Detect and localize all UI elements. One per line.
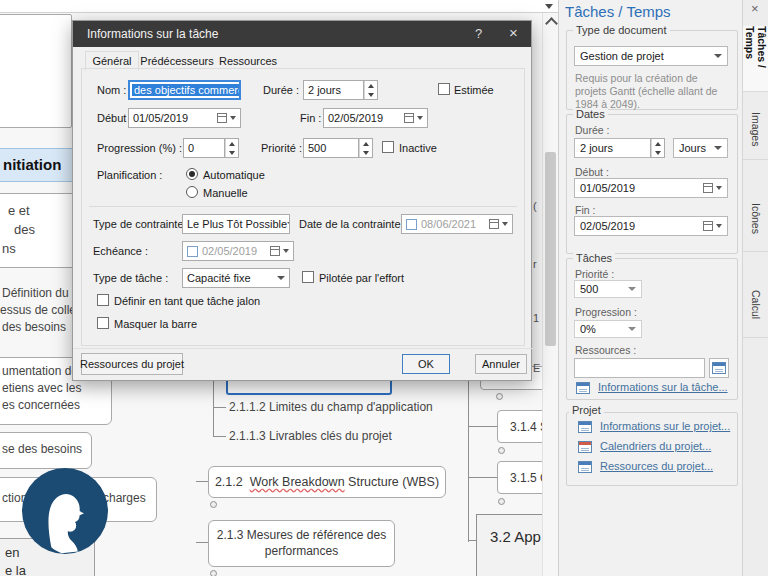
side-tab-icones[interactable]: Icônes bbox=[743, 186, 768, 252]
priorite-input[interactable]: 500 bbox=[303, 138, 359, 158]
topic-2112[interactable]: 2.1.1.2 Limites du champ d'application bbox=[229, 400, 433, 414]
estimee-checkbox[interactable] bbox=[438, 83, 450, 95]
type-tache-select[interactable]: Capacité fixe bbox=[182, 268, 290, 288]
side-tab-taches-temps[interactable]: Tâches / Temps bbox=[743, 26, 768, 92]
side-tab-calcul[interactable]: Calcul bbox=[743, 272, 768, 338]
project-calendars-link[interactable]: Calendriers du projet... bbox=[600, 440, 711, 452]
panel-progression-select[interactable]: 0% bbox=[574, 320, 642, 338]
echeance-checkbox[interactable] bbox=[187, 246, 198, 257]
topic-definition-line[interactable]: des besoins bbox=[2, 320, 66, 334]
fin-date-input[interactable]: 02/05/2019 bbox=[323, 108, 428, 128]
priorite-label: Priorité : bbox=[261, 142, 302, 154]
echeance-input[interactable]: 02/05/2019 bbox=[182, 241, 294, 261]
inactive-checkbox[interactable] bbox=[382, 141, 394, 153]
cancel-button[interactable]: Annuler bbox=[475, 354, 527, 374]
expand-node-icon[interactable] bbox=[496, 393, 503, 400]
pilotee-checkbox[interactable] bbox=[302, 271, 314, 283]
contrainte-label: Type de contrainte : bbox=[93, 218, 190, 230]
calendar-icon[interactable] bbox=[489, 219, 499, 229]
automatique-label: Automatique bbox=[203, 169, 265, 181]
clipped-text-fragment: E bbox=[533, 362, 540, 374]
calendar-icon[interactable] bbox=[270, 246, 280, 256]
progression-spinner[interactable] bbox=[224, 138, 239, 158]
estimee-label: Estimée bbox=[454, 84, 494, 96]
project-info-icon bbox=[578, 421, 592, 433]
automatique-radio[interactable] bbox=[186, 168, 198, 180]
panel-ressources-input[interactable] bbox=[574, 358, 705, 378]
panel-progression-label: Progression : bbox=[575, 306, 637, 318]
tab-ressources[interactable]: Ressources bbox=[217, 53, 279, 68]
topic-32-label: 3.2 App bbox=[490, 528, 541, 545]
panel-debut-label: Début : bbox=[575, 166, 609, 178]
nom-input[interactable]: des objectifs commerciaux) bbox=[128, 80, 241, 100]
calendar-icon[interactable] bbox=[404, 113, 414, 123]
ressources-projet-button[interactable]: Ressources du projet bbox=[81, 353, 183, 375]
dialog-titlebar[interactable]: Informations sur la tâche ? × bbox=[73, 21, 531, 47]
help-button[interactable]: ? bbox=[475, 26, 482, 41]
priorite-spinner[interactable] bbox=[358, 138, 373, 158]
contrainte-select[interactable]: Le Plus Tôt Possible bbox=[182, 214, 290, 234]
side-tab-images[interactable]: Images bbox=[743, 100, 768, 160]
topic-perf-line1: 2.1.3 Mesures de référence des bbox=[209, 528, 394, 542]
chevron-down-icon bbox=[714, 54, 722, 58]
calendar-icon[interactable] bbox=[217, 113, 227, 123]
connector-line bbox=[468, 378, 469, 542]
resource-table-icon bbox=[712, 362, 726, 374]
date-contrainte-label: Date de la contrainte : bbox=[299, 218, 407, 230]
chevron-down-icon bbox=[628, 327, 636, 331]
jalon-checkbox[interactable] bbox=[97, 294, 109, 306]
panel-unite-select[interactable]: Jours bbox=[673, 138, 728, 158]
scrollbar-thumb[interactable] bbox=[545, 152, 556, 346]
expand-node-icon[interactable] bbox=[498, 447, 505, 454]
topic-perf-line2: performances bbox=[209, 544, 394, 558]
panel-duree-spinner[interactable] bbox=[650, 138, 665, 158]
duree-input[interactable]: 2 jours bbox=[303, 80, 364, 100]
task-info-link[interactable]: Informations sur la tâche... bbox=[598, 381, 728, 393]
date-contrainte-input[interactable]: 08/06/2021 bbox=[401, 214, 513, 234]
duree-spinner[interactable] bbox=[363, 80, 378, 100]
topic-documentation-line: etiens avec les bbox=[2, 381, 81, 395]
manuelle-radio[interactable] bbox=[186, 186, 198, 198]
ok-button[interactable]: OK bbox=[402, 354, 450, 374]
progression-label: Progression (%) : bbox=[97, 142, 182, 154]
type-document-select[interactable]: Gestion de projet bbox=[574, 46, 728, 66]
calendar-icon[interactable] bbox=[703, 221, 713, 231]
section-divider bbox=[89, 206, 517, 207]
panel-priorite-label: Priorité : bbox=[575, 268, 614, 280]
topic-perf-box[interactable]: 2.1.3 Mesures de référence des performan… bbox=[208, 520, 395, 567]
expand-node-icon[interactable] bbox=[498, 498, 505, 505]
panel-debut-input[interactable]: 01/05/2019 bbox=[574, 178, 728, 198]
expand-node-icon[interactable] bbox=[210, 501, 217, 508]
inactive-label: Inactive bbox=[399, 142, 437, 154]
watermark-logo bbox=[22, 468, 108, 554]
collapse-ribbon-arrow-icon[interactable] bbox=[545, 4, 553, 9]
project-info-link[interactable]: Informations sur le projet... bbox=[600, 420, 730, 432]
panel-duree-input[interactable]: 2 jours bbox=[574, 138, 651, 158]
group-taches-legend: Tâches bbox=[573, 252, 615, 264]
panel-priorite-select[interactable]: 500 bbox=[574, 280, 642, 298]
debut-date-input[interactable]: 01/05/2019 bbox=[128, 108, 241, 128]
panel-fin-input[interactable]: 02/05/2019 bbox=[574, 216, 728, 236]
canvas-scrollbar[interactable] bbox=[542, 13, 558, 576]
canvas-box-blank[interactable] bbox=[0, 14, 72, 128]
date-contrainte-checkbox[interactable] bbox=[406, 219, 417, 230]
connector-line bbox=[213, 436, 226, 437]
tab-predecesseurs[interactable]: Prédécesseurs bbox=[139, 53, 215, 68]
chevron-down-icon bbox=[230, 116, 236, 120]
chevron-down-icon bbox=[628, 287, 636, 291]
close-icon[interactable]: × bbox=[509, 24, 518, 41]
ressources-picker-button[interactable] bbox=[709, 358, 729, 378]
topic-definition-line[interactable]: Définition du bbox=[2, 286, 69, 300]
expand-node-icon[interactable] bbox=[210, 570, 217, 576]
calendar-icon[interactable] bbox=[703, 183, 713, 193]
topic-analyse-label: se des besoins bbox=[2, 442, 82, 456]
canvas-top-divider bbox=[0, 12, 558, 13]
project-resources-link[interactable]: Ressources du projet... bbox=[600, 460, 713, 472]
progression-input[interactable]: 0 bbox=[183, 138, 225, 158]
masquer-checkbox[interactable] bbox=[97, 317, 109, 329]
topic-wbs-box[interactable]: 2.1.2 Work Breakdown Structure (WBS) bbox=[208, 466, 446, 498]
scrollbar-up-icon[interactable] bbox=[545, 17, 558, 30]
panel-close-icon[interactable]: × bbox=[751, 1, 759, 16]
topic-2113[interactable]: 2.1.1.3 Livrables clés du projet bbox=[229, 429, 392, 443]
topic-definition-line[interactable]: essus de collec bbox=[0, 303, 82, 317]
